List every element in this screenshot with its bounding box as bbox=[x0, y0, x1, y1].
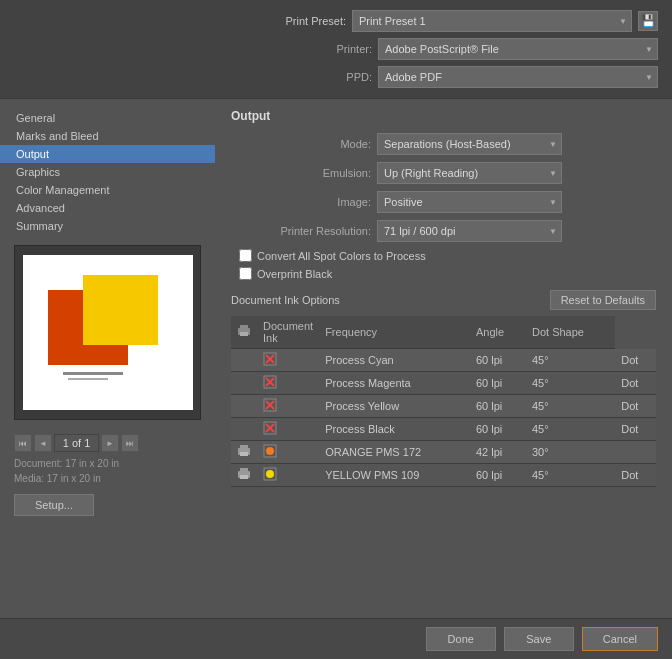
sidebar-item-summary[interactable]: Summary bbox=[0, 217, 215, 235]
ink-name-cell: YELLOW PMS 109 bbox=[319, 464, 470, 487]
svg-rect-6 bbox=[240, 332, 248, 336]
svg-rect-25 bbox=[240, 468, 248, 472]
spot-icon bbox=[263, 467, 277, 481]
preview-svg bbox=[28, 260, 188, 405]
next-page-btn[interactable]: ► bbox=[101, 434, 119, 452]
overprint-black-label: Overprint Black bbox=[257, 268, 332, 280]
svg-rect-20 bbox=[240, 445, 248, 449]
sidebar-item-general[interactable]: General bbox=[0, 109, 215, 127]
ink-printer-cell bbox=[231, 349, 257, 372]
ink-printer-cell bbox=[231, 395, 257, 418]
printer-resolution-row: Printer Resolution: 71 lpi / 600 dpi bbox=[231, 220, 656, 242]
th-printer bbox=[231, 316, 257, 349]
ink-printer-cell bbox=[231, 464, 257, 487]
done-button[interactable]: Done bbox=[426, 627, 496, 651]
ink-dot-shape-cell: Dot bbox=[615, 372, 656, 395]
ink-name-cell: Process Magenta bbox=[319, 372, 470, 395]
setup-button[interactable]: Setup... bbox=[14, 494, 94, 516]
mode-row: Mode: Separations (Host-Based) bbox=[231, 133, 656, 155]
sidebar-item-graphics[interactable]: Graphics bbox=[0, 163, 215, 181]
table-row: ORANGE PMS 17242 lpi30° bbox=[231, 441, 656, 464]
printer-resolution-select-wrapper: 71 lpi / 600 dpi bbox=[377, 220, 562, 242]
table-row: Process Magenta60 lpi45°Dot bbox=[231, 372, 656, 395]
print-preset-select-wrapper: Print Preset 1 bbox=[352, 10, 632, 32]
ink-frequency-cell: 42 lpi bbox=[470, 441, 526, 464]
ink-angle-cell: 45° bbox=[526, 395, 615, 418]
ppd-select[interactable]: Adobe PDF bbox=[378, 66, 658, 88]
print-dialog: Print Preset: Print Preset 1 💾 Printer: … bbox=[0, 0, 672, 659]
th-frequency: Frequency bbox=[319, 316, 470, 349]
svg-rect-21 bbox=[240, 452, 248, 456]
prev-page-btn[interactable]: ◄ bbox=[34, 434, 52, 452]
ink-printer-cell bbox=[231, 372, 257, 395]
ink-table: Document Ink Frequency Angle Dot Shape P… bbox=[231, 316, 656, 487]
sidebar-item-advanced[interactable]: Advanced bbox=[0, 199, 215, 217]
ink-icon-cell bbox=[257, 372, 319, 395]
printer-select-wrapper: Adobe PostScript® File bbox=[378, 38, 658, 60]
ink-options-title: Document Ink Options bbox=[231, 294, 340, 306]
ink-frequency-cell: 60 lpi bbox=[470, 418, 526, 441]
sidebar-item-marks-and-bleed[interactable]: Marks and Bleed bbox=[0, 127, 215, 145]
first-page-btn[interactable]: ⏮ bbox=[14, 434, 32, 452]
th-document-ink: Document Ink bbox=[257, 316, 319, 349]
image-select[interactable]: Positive bbox=[377, 191, 562, 213]
reset-to-defaults-button[interactable]: Reset to Defaults bbox=[550, 290, 656, 310]
printer-select[interactable]: Adobe PostScript® File bbox=[378, 38, 658, 60]
image-row: Image: Positive bbox=[231, 191, 656, 213]
overprint-black-checkbox[interactable] bbox=[239, 267, 252, 280]
ink-icon-cell bbox=[257, 441, 319, 464]
preview-nav: ⏮ ◄ ► ⏭ bbox=[0, 430, 215, 456]
doc-info-media: Media: 17 in x 20 in bbox=[0, 471, 215, 486]
convert-spot-colors-checkbox[interactable] bbox=[239, 249, 252, 262]
print-preset-row: Print Preset: Print Preset 1 💾 bbox=[14, 10, 658, 32]
ink-dot-shape-cell: Dot bbox=[615, 464, 656, 487]
mode-label: Mode: bbox=[231, 138, 371, 150]
image-label: Image: bbox=[231, 196, 371, 208]
convert-spot-colors-row: Convert All Spot Colors to Process bbox=[239, 249, 656, 262]
ink-frequency-cell: 60 lpi bbox=[470, 372, 526, 395]
svg-rect-5 bbox=[240, 325, 248, 329]
ink-name-cell: ORANGE PMS 172 bbox=[319, 441, 470, 464]
th-angle: Angle bbox=[470, 316, 526, 349]
table-row: Process Yellow60 lpi45°Dot bbox=[231, 395, 656, 418]
cmyk-icon bbox=[263, 398, 277, 412]
page-input[interactable] bbox=[54, 434, 99, 452]
emulsion-row: Emulsion: Up (Right Reading) bbox=[231, 162, 656, 184]
save-preset-icon[interactable]: 💾 bbox=[638, 11, 658, 31]
ink-dot-shape-cell: Dot bbox=[615, 395, 656, 418]
th-dot-shape: Dot Shape bbox=[526, 316, 615, 349]
cancel-button[interactable]: Cancel bbox=[582, 627, 658, 651]
sidebar-item-output[interactable]: Output bbox=[0, 145, 215, 163]
ppd-row: PPD: Adobe PDF bbox=[14, 66, 658, 88]
ink-dot-shape-cell bbox=[615, 441, 656, 464]
table-row: Process Cyan60 lpi45°Dot bbox=[231, 349, 656, 372]
ink-icon-cell bbox=[257, 395, 319, 418]
ink-dot-shape-cell: Dot bbox=[615, 418, 656, 441]
save-button[interactable]: Save bbox=[504, 627, 574, 651]
spot-icon bbox=[263, 444, 277, 458]
ink-icon-cell bbox=[257, 349, 319, 372]
table-header-row: Document Ink Frequency Angle Dot Shape bbox=[231, 316, 656, 349]
ink-angle-cell: 45° bbox=[526, 349, 615, 372]
svg-point-23 bbox=[266, 447, 274, 455]
sidebar-item-color-management[interactable]: Color Management bbox=[0, 181, 215, 199]
svg-rect-2 bbox=[63, 372, 123, 375]
ink-angle-cell: 45° bbox=[526, 372, 615, 395]
print-preset-select[interactable]: Print Preset 1 bbox=[352, 10, 632, 32]
ink-angle-cell: 45° bbox=[526, 418, 615, 441]
right-panel: Output Mode: Separations (Host-Based) Em… bbox=[215, 99, 672, 618]
mode-select[interactable]: Separations (Host-Based) bbox=[377, 133, 562, 155]
printer-resolution-select[interactable]: 71 lpi / 600 dpi bbox=[377, 220, 562, 242]
preview-area bbox=[14, 245, 201, 420]
ink-angle-cell: 45° bbox=[526, 464, 615, 487]
svg-point-28 bbox=[266, 470, 274, 478]
table-row: YELLOW PMS 10960 lpi45°Dot bbox=[231, 464, 656, 487]
main-content: General Marks and Bleed Output Graphics … bbox=[0, 99, 672, 618]
emulsion-select[interactable]: Up (Right Reading) bbox=[377, 162, 562, 184]
ink-frequency-cell: 60 lpi bbox=[470, 464, 526, 487]
emulsion-select-wrapper: Up (Right Reading) bbox=[377, 162, 562, 184]
ppd-select-wrapper: Adobe PDF bbox=[378, 66, 658, 88]
last-page-btn[interactable]: ⏭ bbox=[121, 434, 139, 452]
printer-icon bbox=[237, 467, 251, 481]
cmyk-icon bbox=[263, 375, 277, 389]
